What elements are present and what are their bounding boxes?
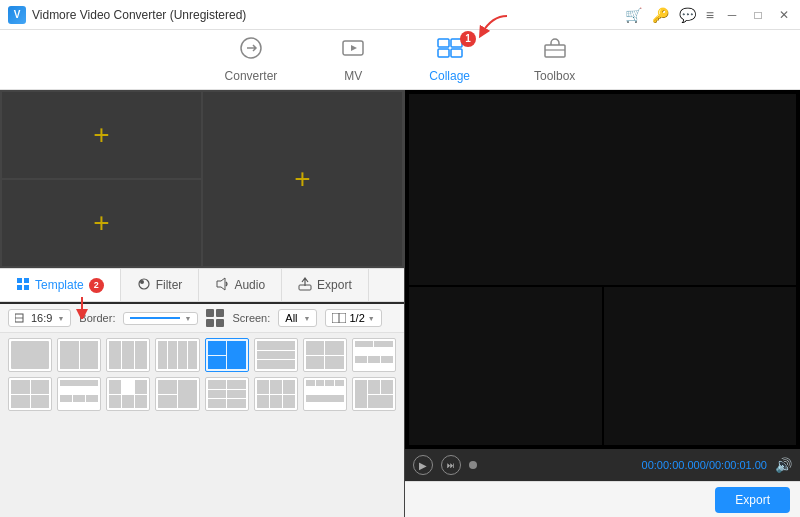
export-button[interactable]: Export	[715, 487, 790, 513]
tab-filter[interactable]: Filter	[121, 269, 200, 301]
svg-rect-12	[24, 285, 29, 290]
collage-cell-2[interactable]: +	[203, 92, 402, 266]
tab-export-label: Export	[317, 278, 352, 292]
tab-template[interactable]: Template 2	[0, 269, 121, 301]
template-11[interactable]	[106, 377, 150, 411]
progress-indicator	[469, 461, 477, 469]
close-button[interactable]: ✕	[776, 7, 792, 23]
add-media-icon-2: +	[294, 163, 310, 195]
nav-collage[interactable]: 1 Collage	[417, 33, 482, 87]
collage-icon	[437, 37, 463, 65]
add-media-icon-1: +	[93, 119, 109, 151]
grid-dot-2	[216, 309, 224, 317]
nav-mv[interactable]: MV	[329, 33, 377, 87]
play-button[interactable]: ▶	[413, 455, 433, 475]
right-panel: ▶ ⏭ 00:00:00.000/00:00:01.00 🔊 Export	[405, 90, 800, 517]
nav-toolbox-label: Toolbox	[534, 69, 575, 83]
export-tab-icon	[298, 277, 312, 294]
preview-bottom-left	[409, 287, 602, 445]
grid-dot-3	[206, 319, 214, 327]
volume-icon[interactable]: 🔊	[775, 457, 792, 473]
fraction-dropdown-arrow: ▼	[368, 315, 375, 322]
template-15[interactable]	[303, 377, 347, 411]
add-media-icon-3: +	[93, 207, 109, 239]
ratio-selector[interactable]: 16:9 ▼	[8, 309, 71, 327]
nav-converter[interactable]: Converter	[213, 33, 290, 87]
cart-icon[interactable]: 🛒	[625, 7, 642, 23]
title-bar: V Vidmore Video Converter (Unregistered)…	[0, 0, 800, 30]
app-logo: V	[8, 6, 26, 24]
filter-tab-icon	[137, 277, 151, 294]
border-dropdown-arrow: ▼	[184, 315, 191, 322]
audio-tab-icon	[215, 277, 229, 294]
grid-dots-button[interactable]	[206, 309, 224, 327]
template-9[interactable]	[8, 377, 52, 411]
tab-audio-label: Audio	[234, 278, 265, 292]
svg-rect-5	[451, 49, 462, 57]
template-row-2	[8, 377, 396, 411]
nav-toolbox[interactable]: Toolbox	[522, 33, 587, 87]
bottom-bar: Export	[405, 481, 800, 517]
preview-bottom-right	[604, 287, 797, 445]
tab-template-label: Template	[35, 278, 84, 292]
template-12[interactable]	[155, 377, 199, 411]
template-10[interactable]	[57, 377, 101, 411]
template-16[interactable]	[352, 377, 396, 411]
ratio-arrow: ▼	[57, 315, 64, 322]
skip-button[interactable]: ⏭	[441, 455, 461, 475]
template-badge: 2	[89, 278, 104, 293]
maximize-button[interactable]: □	[750, 7, 766, 23]
template-3[interactable]	[106, 338, 150, 372]
template-5-active[interactable]	[205, 338, 249, 372]
template-4[interactable]	[155, 338, 199, 372]
svg-point-14	[140, 280, 144, 284]
tab-export[interactable]: Export	[282, 269, 369, 301]
title-text: Vidmore Video Converter (Unregistered)	[32, 8, 246, 22]
collage-cell-3[interactable]: +	[2, 180, 201, 266]
template-grid	[0, 333, 404, 517]
template-13[interactable]	[205, 377, 249, 411]
nav-bar: Converter MV 1 Collage	[0, 30, 800, 90]
chat-icon[interactable]: 💬	[679, 7, 696, 23]
template-controls: 16:9 ▼ Border: ▼ Screen: All ▼	[0, 304, 404, 333]
collage-cell-1[interactable]: +	[2, 92, 201, 178]
fraction-value: 1/2	[349, 312, 364, 324]
template-2[interactable]	[57, 338, 101, 372]
nav-collage-label: Collage	[429, 69, 470, 83]
preview-area	[405, 90, 800, 449]
time-current: 00:00:00.000	[642, 459, 706, 471]
svg-rect-9	[17, 278, 22, 283]
minimize-button[interactable]: ─	[724, 7, 740, 23]
left-panel: + + + Template 2	[0, 90, 405, 517]
key-icon[interactable]: 🔑	[652, 7, 669, 23]
mv-icon	[341, 37, 365, 65]
menu-icon[interactable]: ≡	[706, 7, 714, 23]
nav-mv-label: MV	[344, 69, 362, 83]
border-label: Border:	[79, 312, 115, 324]
svg-marker-15	[217, 278, 225, 290]
tab-audio[interactable]: Audio	[199, 269, 282, 301]
screen-dropdown-arrow: ▼	[304, 315, 311, 322]
screen-value: All	[285, 312, 297, 324]
converter-icon	[239, 37, 263, 65]
template-1[interactable]	[8, 338, 52, 372]
template-6[interactable]	[254, 338, 298, 372]
grid-dot-1	[206, 309, 214, 317]
collage-badge: 1	[460, 31, 476, 47]
screen-label: Screen:	[232, 312, 270, 324]
svg-point-13	[139, 279, 149, 289]
svg-rect-11	[17, 285, 22, 290]
template-tab-icon	[16, 277, 30, 294]
template-7[interactable]	[303, 338, 347, 372]
preview-top	[409, 94, 796, 285]
template-14[interactable]	[254, 377, 298, 411]
title-bar-icons: 🛒 🔑 💬 ≡ ─ □ ✕	[625, 7, 792, 23]
svg-rect-10	[24, 278, 29, 283]
template-8[interactable]	[352, 338, 396, 372]
screen-selector[interactable]: All ▼	[278, 309, 317, 327]
time-total: 00:00:01.00	[709, 459, 767, 471]
border-control[interactable]: ▼	[123, 312, 198, 325]
grid-dot-4	[216, 319, 224, 327]
fraction-selector[interactable]: 1/2 ▼	[325, 309, 381, 327]
svg-rect-7	[545, 45, 565, 57]
